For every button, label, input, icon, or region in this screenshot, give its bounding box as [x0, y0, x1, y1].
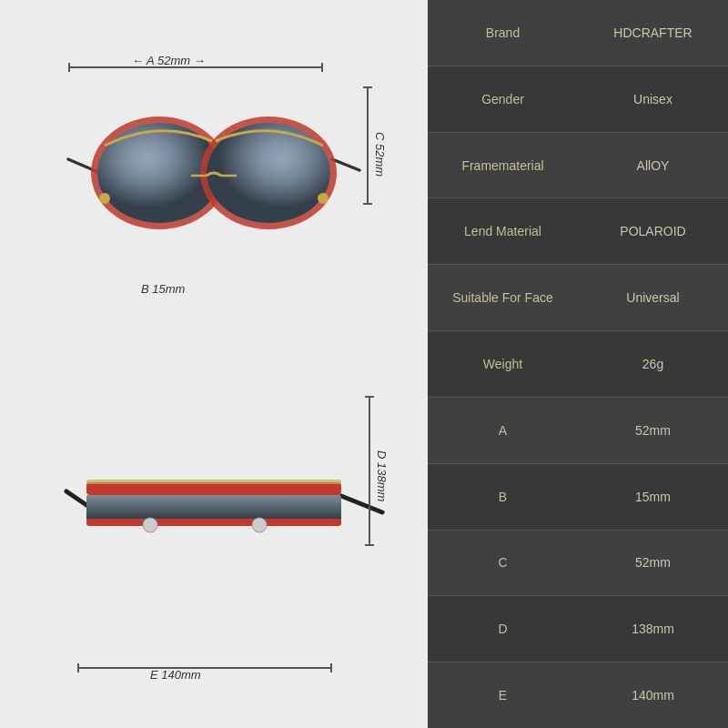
spec-row-a: A52mm — [428, 398, 728, 464]
diagram-top: ← A 52mm → — [41, 41, 387, 323]
spec-value: 26g — [578, 349, 728, 379]
measure-c-label: C 52mm — [373, 132, 387, 177]
right-panel: BrandHDCRAFTERGenderUnisexFramematerialA… — [428, 0, 728, 728]
spec-label: B — [428, 482, 578, 511]
spec-label: Gender — [428, 85, 578, 114]
left-panel: ← A 52mm → — [0, 0, 428, 728]
svg-line-12 — [66, 491, 86, 505]
spec-value: AllOY — [578, 151, 728, 180]
svg-point-11 — [318, 193, 329, 204]
spec-row-framematerial: FramematerialAllOY — [428, 133, 728, 199]
glasses-side-svg — [59, 378, 387, 632]
measure-e-line — [77, 667, 332, 669]
spec-table: BrandHDCRAFTERGenderUnisexFramematerialA… — [428, 0, 728, 728]
spec-value: 140mm — [578, 681, 728, 710]
diagram-bottom: D 138mm E 140mm — [41, 369, 387, 687]
spec-value: 52mm — [578, 416, 728, 445]
svg-rect-17 — [86, 519, 341, 526]
spec-row-gender: GenderUnisex — [428, 66, 728, 133]
spec-label: E — [428, 681, 578, 710]
spec-label: D — [428, 614, 578, 643]
main-container: ← A 52mm → — [0, 0, 728, 728]
spec-value: POLAROID — [578, 217, 728, 246]
spec-row-c: C52mm — [428, 531, 728, 597]
spec-value: 138mm — [578, 614, 728, 643]
svg-rect-14 — [86, 482, 341, 495]
measure-d-line — [369, 396, 370, 546]
measure-c-line — [367, 86, 369, 205]
spec-label: Weight — [428, 349, 578, 379]
spec-row-b: B15mm — [428, 464, 728, 531]
spec-label: C — [428, 548, 578, 577]
spec-row-d: D138mm — [428, 596, 728, 662]
spec-value: 15mm — [578, 482, 728, 511]
spec-value: HDCRAFTER — [578, 18, 728, 47]
spec-value: Unisex — [578, 85, 728, 114]
measure-e-label: E 140mm — [150, 668, 201, 682]
spec-row-suitable-for-face: Suitable For FaceUniversal — [428, 265, 728, 331]
spec-value: 52mm — [578, 548, 728, 577]
spec-label: Brand — [428, 18, 578, 47]
spec-row-weight: Weight26g — [428, 331, 728, 398]
svg-rect-20 — [86, 480, 341, 484]
svg-point-18 — [143, 518, 157, 532]
glasses-front-svg — [59, 68, 369, 287]
spec-row-lend-material: Lend MaterialPOLAROID — [428, 198, 728, 265]
spec-row-brand: BrandHDCRAFTER — [428, 0, 728, 66]
svg-point-10 — [99, 193, 110, 204]
spec-label: A — [428, 416, 578, 445]
measure-b-label: B 15mm — [141, 282, 185, 296]
spec-label: Framematerial — [428, 151, 578, 180]
measure-d-label: D 138mm — [375, 450, 389, 501]
spec-label: Suitable For Face — [428, 283, 578, 312]
spec-value: Universal — [578, 283, 728, 312]
svg-rect-16 — [86, 495, 341, 521]
svg-point-19 — [252, 518, 267, 532]
spec-label: Lend Material — [428, 217, 578, 246]
spec-row-e: E140mm — [428, 662, 728, 728]
measure-a-label: ← A 52mm → — [132, 54, 206, 67]
